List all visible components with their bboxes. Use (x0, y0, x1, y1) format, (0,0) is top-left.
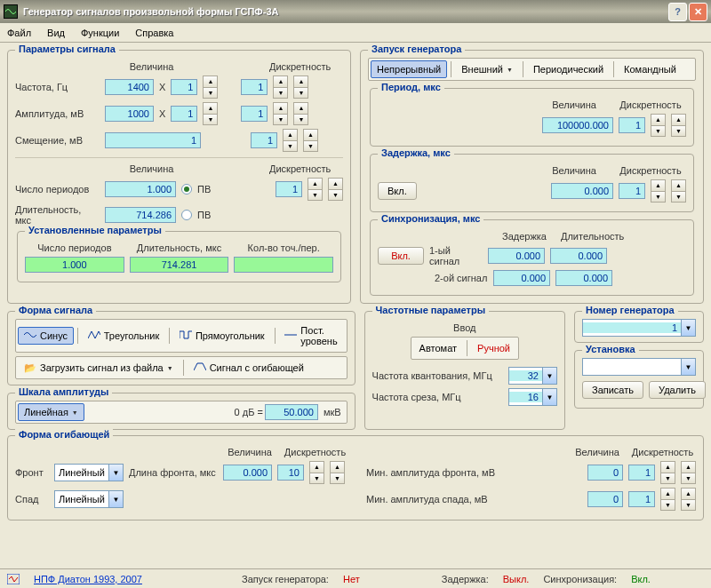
sync-sig1-dur-input[interactable] (550, 248, 607, 264)
duration-label: Длительность, мкс (15, 204, 100, 226)
min-decay-amp-input[interactable] (587, 491, 623, 507)
col-value-label-2: Величина (105, 163, 198, 174)
periods-disc-spinner[interactable]: ▲▼ (308, 178, 323, 201)
amp-mult-spinner[interactable]: ▲▼ (203, 102, 218, 125)
generator-number-dropdown[interactable]: 1▼ (582, 319, 696, 337)
delay-spinner[interactable]: ▲▼ (671, 179, 686, 203)
mode-external-button[interactable]: Внешний▼ (455, 60, 519, 78)
decay-mode-dropdown[interactable]: Линейный▼ (54, 490, 124, 508)
delay-disc-spinner[interactable]: ▲▼ (651, 179, 666, 203)
shape-triangle-button[interactable]: Треугольник (82, 327, 166, 345)
window-title: Генератор сигналов произвольной формы ГС… (23, 6, 667, 17)
amp-input[interactable] (105, 106, 154, 122)
menu-view[interactable]: Вид (47, 28, 65, 38)
statusbar: НПФ Диатон 1993, 2007 Запуск генератора:… (0, 568, 711, 588)
min-front-spinner[interactable]: ▲▼ (681, 461, 696, 484)
freq-mult-spinner[interactable]: ▲▼ (203, 75, 218, 99)
offset-disc-input[interactable] (251, 132, 277, 148)
freq-mult-input[interactable] (171, 79, 197, 95)
status-sync-value: Вкл. (631, 574, 651, 584)
amp-spinner[interactable]: ▲▼ (293, 102, 308, 125)
min-front-amp-input[interactable] (587, 465, 623, 481)
menubar: Файл Вид Функции Справка (0, 23, 711, 43)
periods-spinner[interactable]: ▲▼ (328, 178, 343, 201)
sync-sig1-label: 1-ый сигнал (429, 245, 483, 266)
envelope-signal-button[interactable]: Сигнал с огибающей (188, 359, 310, 377)
help-button[interactable]: ? (668, 3, 687, 21)
group-install: Установка ▼ Записать Удалить (574, 350, 704, 409)
amp-mult-input[interactable] (171, 106, 197, 122)
install-dropdown[interactable]: ▼ (582, 358, 696, 376)
sync-enable-button[interactable]: Вкл. (378, 247, 424, 265)
menu-func[interactable]: Функции (81, 28, 119, 38)
freq-disc-spinner[interactable]: ▲▼ (273, 75, 288, 99)
cutoff-dropdown[interactable]: 16▼ (508, 388, 557, 406)
env-val-label: Величина (223, 447, 276, 457)
amp-disc-spinner[interactable]: ▲▼ (273, 102, 288, 125)
min-decay-disc-input[interactable] (628, 491, 655, 507)
delay-input[interactable] (551, 183, 613, 199)
front-spinner[interactable]: ▲▼ (330, 461, 345, 484)
fs-dropdown[interactable]: 32▼ (508, 367, 557, 385)
mode-continuous-button[interactable]: Непрерывный (371, 60, 447, 78)
input-manual-button[interactable]: Ручной (471, 339, 516, 357)
chevron-down-icon: ▼ (681, 359, 695, 375)
offset-disc-spinner[interactable]: ▲▼ (283, 129, 298, 152)
front-disc-input[interactable] (277, 465, 304, 481)
menu-help[interactable]: Справка (135, 28, 173, 38)
sync-sig2-label: 2-ой сигнал (435, 273, 488, 283)
amp-disc-input[interactable] (241, 106, 268, 122)
period-input[interactable] (542, 117, 613, 133)
scale-mode-button[interactable]: Линейная▼ (18, 403, 84, 421)
front-duration-input[interactable] (223, 465, 272, 481)
sync-sig2-dur-input[interactable] (555, 270, 612, 286)
group-generator-number: Номер генератора 1▼ (574, 311, 704, 343)
mode-command-button[interactable]: Командный (618, 60, 683, 78)
shape-sinus-button[interactable]: Синус (18, 327, 74, 345)
cutoff-label: Частота среза, МГц (372, 392, 503, 402)
periods-label: Число периодов (15, 184, 100, 195)
group-generator-launch: Запуск генератора Непрерывный Внешний▼ П… (360, 50, 704, 304)
freq-spinner[interactable]: ▲▼ (293, 75, 308, 99)
min-front-disc-spinner[interactable]: ▲▼ (660, 461, 675, 484)
duration-pv-radio[interactable] (181, 210, 192, 220)
shape-rect-button[interactable]: Прямоугольник (173, 327, 271, 345)
scale-toolbar: Линейная▼ 0 дБ = мкВ (15, 401, 348, 424)
period-disc-input[interactable] (619, 117, 645, 133)
front-disc-spinner[interactable]: ▲▼ (309, 461, 324, 484)
min-front-disc-input[interactable] (628, 465, 655, 481)
sync-sig1-delay-input[interactable] (488, 248, 545, 264)
periods-pv-radio[interactable] (181, 184, 192, 195)
zero-db-input[interactable] (265, 404, 318, 420)
write-button[interactable]: Записать (582, 381, 643, 399)
delete-button[interactable]: Удалить (649, 381, 706, 399)
vendor-icon (7, 574, 20, 584)
set-periods-value: 1.000 (25, 257, 124, 273)
periods-input[interactable] (105, 181, 176, 197)
menu-file[interactable]: Файл (7, 28, 31, 38)
offset-spinner[interactable]: ▲▼ (303, 129, 318, 152)
freq-disc-input[interactable] (241, 79, 268, 95)
close-button[interactable]: ✕ (689, 3, 707, 21)
load-from-file-button[interactable]: 📂Загрузить сигнал из файла▼ (18, 359, 180, 377)
status-launch-label: Запуск генератора: (242, 574, 329, 584)
freq-input[interactable] (105, 79, 154, 95)
legend-set-params: Установленные параметры (25, 225, 165, 235)
duration-input[interactable] (105, 207, 176, 223)
legend-envelope-shape: Форма огибающей (15, 429, 113, 440)
sync-sig2-delay-input[interactable] (493, 270, 550, 286)
vendor-link[interactable]: НПФ Диатон 1993, 2007 (34, 574, 142, 584)
period-disc-spinner[interactable]: ▲▼ (651, 114, 666, 137)
period-spinner[interactable]: ▲▼ (671, 114, 686, 137)
period-val-label: Величина (539, 99, 610, 110)
offset-input[interactable] (105, 132, 201, 148)
input-auto-button[interactable]: Автомат (413, 339, 463, 357)
delay-enable-button[interactable]: Вкл. (378, 182, 417, 200)
delay-disc-input[interactable] (619, 183, 645, 199)
min-decay-disc-spinner[interactable]: ▲▼ (660, 488, 675, 511)
min-decay-spinner[interactable]: ▲▼ (681, 488, 696, 511)
shape-dc-button[interactable]: Пост. уровень (278, 322, 344, 350)
periods-disc-input[interactable] (276, 181, 302, 197)
mode-periodic-button[interactable]: Периодический (527, 60, 610, 78)
front-mode-dropdown[interactable]: Линейный▼ (54, 464, 124, 481)
